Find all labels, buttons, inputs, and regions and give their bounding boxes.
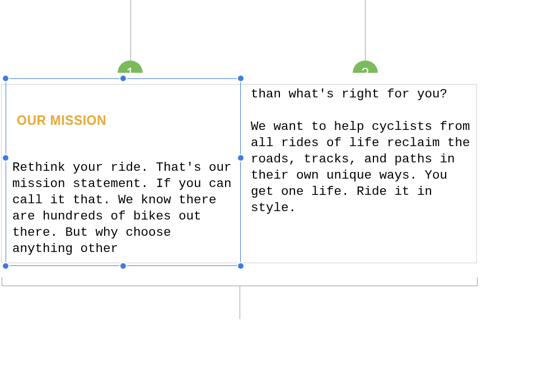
textbox-heading[interactable]: OUR MISSION [17,113,106,128]
textbox-body-left[interactable]: Rethink your ride. That's our mission st… [12,160,239,257]
selection-handle-mid-left[interactable] [2,154,10,162]
selection-handle-top-left[interactable] [2,74,10,82]
selection-handle-mid-top[interactable] [119,74,127,82]
bracket-right-tick [477,277,478,286]
bracket-left-tick [2,277,2,286]
canvas-region: OUR MISSION Rethink your ride. That's ou… [0,73,487,274]
selection-handle-mid-bottom[interactable] [119,262,127,270]
selection-handle-top-right[interactable] [237,74,245,82]
selection-handle-bottom-left[interactable] [2,262,10,270]
textbox-body-right[interactable]: than what's right for you? We want to he… [251,86,476,216]
selection-handle-mid-right[interactable] [237,154,245,162]
callout-leader-1 [130,0,131,60]
selection-handle-bottom-right[interactable] [237,262,245,270]
bracket-center-leader [240,286,240,319]
